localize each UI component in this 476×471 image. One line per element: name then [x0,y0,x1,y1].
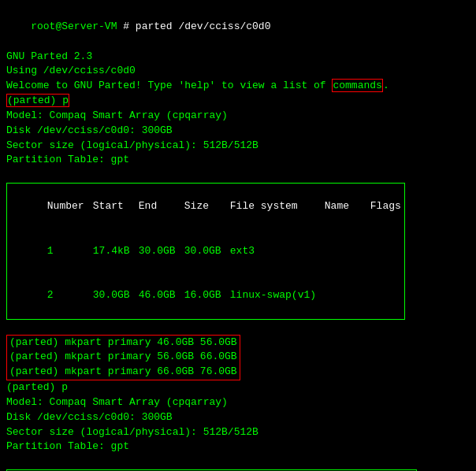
parted-prompt-text-1: (parted) [7,95,62,106]
table-header-1: NumberStart End Size File system Name Fl… [10,184,401,229]
mkpart-commands-box: (parted) mkpart primary 46.0GB 56.0GB (p… [6,335,240,381]
col-flags: Flags [370,199,401,214]
welcome-message: Welcome to GNU Parted! Type 'help' to vi… [6,79,470,94]
partition-table-2: Partition Table: gpt [6,439,470,454]
sector-line-1: Sector size (logical/physical): 512B/512… [6,139,470,154]
model-line-2: Model: Compaq Smart Array (cpqarray) [6,395,470,410]
partition-table-1: Partition Table: gpt [6,153,470,168]
parted-cmd-1: p [62,95,69,106]
using-device: Using /dev/cciss/c0d0 [6,64,470,79]
mkpart-line-1: (parted) mkpart primary 46.0GB 56.0GB [9,336,237,350]
prompt-user: root@Server-VM [31,20,117,32]
col-fs: File system [230,199,325,214]
disk-line-1: Disk /dev/cciss/c0d0: 300GB [6,124,470,139]
mkpart-line-2: (parted) mkpart primary 56.0GB 66.0GB [9,350,237,365]
command-line-1: root@Server-VM # parted /dev/cciss/c0d0 [6,5,470,50]
commands-highlight: commands [332,79,382,92]
col-end: End [139,199,184,214]
spacer-3 [6,454,470,469]
spacer-2 [6,320,470,335]
sector-line-2: Sector size (logical/physical): 512B/512… [6,425,470,440]
parted-prompt-2: (parted) p [6,380,470,395]
mkpart-line-3: (parted) mkpart primary 66.0GB 76.0GB [9,365,237,380]
spacer-1 [6,168,470,183]
parted-prompt-1: (parted) p [6,94,470,109]
parted-cmd-box-1: (parted) p [6,94,69,107]
gnu-parted-version: GNU Parted 2.3 [6,50,470,65]
col-start: Start [93,199,139,214]
disk-line-2: Disk /dev/cciss/c0d0: 300GB [6,410,470,425]
col-number: Number [47,199,93,214]
prompt-command: # parted /dev/cciss/c0d0 [117,20,270,32]
col-name: Name [325,199,370,214]
table-row-1-2: 230.0GB 46.0GB 16.0GB linux-swap(v1) [10,273,401,318]
col-size: Size [184,199,230,214]
terminal: root@Server-VM # parted /dev/cciss/c0d0 … [6,5,470,466]
model-line-1: Model: Compaq Smart Array (cpqarray) [6,109,470,124]
partition-table-box-1: NumberStart End Size File system Name Fl… [6,183,405,320]
table-row-1-1: 117.4kB 30.0GB 30.0GB ext3 [10,229,401,274]
